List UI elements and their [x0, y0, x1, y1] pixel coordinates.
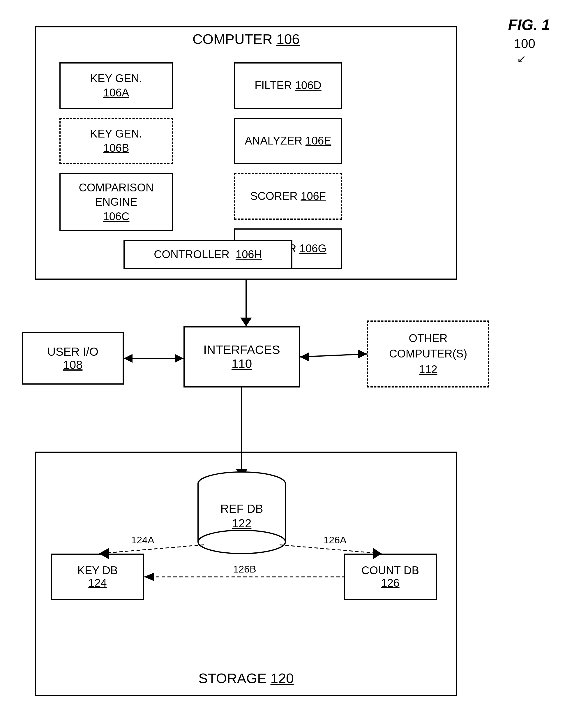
fig-title: FIG. 1	[508, 16, 550, 34]
interfaces-box: INTERFACES 110	[184, 326, 300, 388]
filter-box: FILTER 106D	[234, 62, 342, 109]
svg-marker-6	[300, 353, 309, 361]
figure-label: FIG. 1 100 ↙	[508, 16, 550, 65]
svg-marker-1	[240, 317, 252, 326]
fig-number: 100	[508, 36, 550, 51]
userio-box: USER I/O 108	[22, 332, 124, 385]
keydb-box: KEY DB 124	[51, 554, 144, 600]
comparison-engine-box: COMPARISON ENGINE 106C	[59, 173, 173, 231]
fig-arrow: ↙	[508, 53, 550, 65]
svg-marker-7	[358, 350, 367, 358]
computer-box: COMPUTER 106 KEY GEN. 106A KEY GEN. 106B…	[35, 26, 457, 280]
countdb-box: COUNT DB 126	[344, 554, 437, 600]
svg-line-5	[300, 354, 367, 357]
other-computers-box: OTHER COMPUTER(S) 112	[367, 320, 489, 388]
keygen-a-box: KEY GEN. 106A	[59, 62, 173, 109]
storage-title: STORAGE 120	[36, 670, 456, 686]
page: FIG. 1 100 ↙ COMPUTER 106 KEY GEN. 106A …	[0, 0, 588, 724]
svg-marker-4	[124, 354, 132, 363]
scorer-box: SCORER 106F	[234, 173, 342, 220]
svg-marker-3	[175, 354, 184, 363]
computer-title: COMPUTER 106	[36, 27, 456, 51]
controller-box: CONTROLLER 106H	[124, 240, 292, 269]
keygen-b-box: KEY GEN. 106B	[59, 118, 173, 164]
analyzer-box: ANALYZER 106E	[234, 118, 342, 164]
